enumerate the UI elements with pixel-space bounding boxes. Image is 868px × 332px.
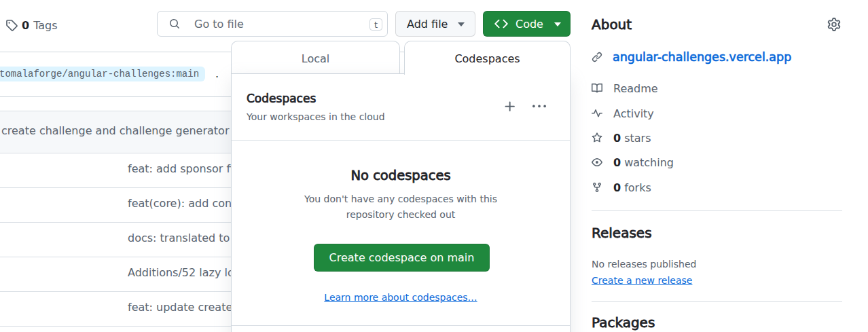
code-button-label: Code — [516, 18, 543, 31]
codespaces-options-button[interactable] — [530, 97, 549, 116]
tab-local[interactable]: Local — [231, 41, 400, 73]
no-codespaces-title: No codespaces — [232, 168, 570, 183]
book-icon — [592, 83, 602, 94]
codespaces-panel-title: Codespaces — [247, 92, 316, 105]
new-codespace-button[interactable] — [501, 97, 520, 116]
code-button[interactable]: Code — [483, 11, 571, 37]
github-repo-page: 0 Tags t Add file Code tomalaforge/angul… — [0, 0, 868, 332]
releases-heading: Releases — [592, 226, 652, 240]
releases-empty-text: No releases published — [592, 258, 696, 271]
sidebar-item-label: Readme — [613, 82, 658, 95]
watching-count: 0 — [613, 156, 621, 169]
eye-icon — [592, 157, 602, 168]
repo-website-row: angular-challenges.vercel.app — [592, 51, 791, 63]
tags-label: Tags — [33, 19, 57, 32]
add-file-button[interactable]: Add file — [395, 11, 475, 37]
create-release-row: Create a new release — [592, 274, 692, 287]
tab-local-label: Local — [302, 52, 329, 65]
learn-more-link[interactable]: Learn more about codespaces… — [324, 292, 477, 303]
sidebar-item-activity[interactable]: Activity — [592, 107, 654, 119]
row-commit-message[interactable]: feat: update create — [128, 292, 232, 323]
goto-file-input[interactable] — [180, 18, 369, 31]
sidebar-item-text: 0 forks — [613, 181, 651, 194]
no-codespaces-line2: repository checked out — [232, 207, 570, 223]
row-commit-message[interactable]: feat(core): add conf — [128, 188, 236, 219]
create-release-link[interactable]: Create a new release — [592, 275, 692, 286]
sidebar-item-readme[interactable]: Readme — [592, 82, 658, 94]
plus-icon — [503, 100, 517, 113]
row-commit-message[interactable]: feat: add sponsor fi — [128, 153, 234, 185]
sidebar-item-watching[interactable]: 0 watching — [592, 156, 674, 168]
search-icon — [169, 18, 180, 29]
sidebar-item-forks[interactable]: 0 forks — [592, 181, 651, 193]
search-shortcut-key: t — [369, 18, 382, 31]
branch-status-text: . — [215, 67, 219, 81]
no-codespaces-line1: You don't have any codespaces with this — [232, 191, 570, 207]
kebab-horizontal-icon — [532, 100, 546, 113]
pulse-icon — [592, 108, 602, 119]
sidebar-item-text: Readme — [613, 82, 658, 95]
sidebar-item-label: forks — [624, 181, 651, 194]
triangle-down-icon — [554, 22, 561, 26]
tab-codespaces[interactable]: Codespaces — [404, 41, 571, 75]
sidebar-item-label: stars — [624, 132, 651, 145]
create-codespace-label: Create codespace on main — [329, 251, 475, 264]
forks-count: 0 — [613, 181, 621, 194]
sidebar-item-label: Activity — [613, 107, 654, 120]
about-heading: About — [592, 18, 632, 31]
tags-count: 0 — [22, 19, 29, 32]
star-icon — [592, 132, 602, 143]
sidebar-item-text: 0 stars — [613, 132, 651, 145]
edit-repo-settings-button[interactable] — [827, 18, 841, 31]
codespaces-panel-subtitle: Your workspaces in the cloud — [247, 111, 385, 124]
sidebar-item-label: watching — [624, 156, 674, 169]
link-icon — [592, 52, 602, 62]
tab-codespaces-label: Codespaces — [454, 52, 520, 65]
create-codespace-button[interactable]: Create codespace on main — [314, 244, 490, 272]
tags-summary[interactable]: 0 Tags — [5, 18, 58, 32]
tag-icon — [5, 19, 18, 31]
latest-commit-message[interactable]: create challenge and challenge generator — [1, 111, 229, 151]
gear-icon — [827, 18, 841, 31]
sidebar-divider — [592, 210, 842, 211]
goto-file-search[interactable]: t — [157, 11, 388, 37]
code-icon — [494, 17, 508, 31]
triangle-down-icon — [458, 22, 465, 26]
fork-icon — [592, 182, 602, 193]
code-dropdown-panel: Codespaces Your workspaces in the cloud … — [231, 73, 571, 332]
sidebar-item-text: Activity — [613, 107, 654, 120]
row-commit-message[interactable]: Additions/52 lazy lo — [128, 257, 234, 289]
stars-count: 0 — [613, 132, 621, 145]
sidebar-item-text: 0 watching — [613, 156, 674, 169]
panel-divider — [232, 140, 570, 141]
sidebar-item-stars[interactable]: 0 stars — [592, 132, 651, 144]
panel-divider — [232, 325, 570, 326]
no-codespaces-description: You don't have any codespaces with this … — [232, 191, 570, 223]
repo-website-link[interactable]: angular-challenges.vercel.app — [613, 50, 791, 64]
row-commit-message[interactable]: docs: translated to — [128, 223, 230, 254]
learn-more-row: Learn more about codespaces… — [232, 292, 570, 303]
packages-heading: Packages — [592, 316, 655, 329]
branch-ref-code[interactable]: tomalaforge/angular-challenges:main — [0, 67, 205, 81]
add-file-label: Add file — [407, 18, 448, 31]
sidebar-divider — [592, 301, 842, 302]
